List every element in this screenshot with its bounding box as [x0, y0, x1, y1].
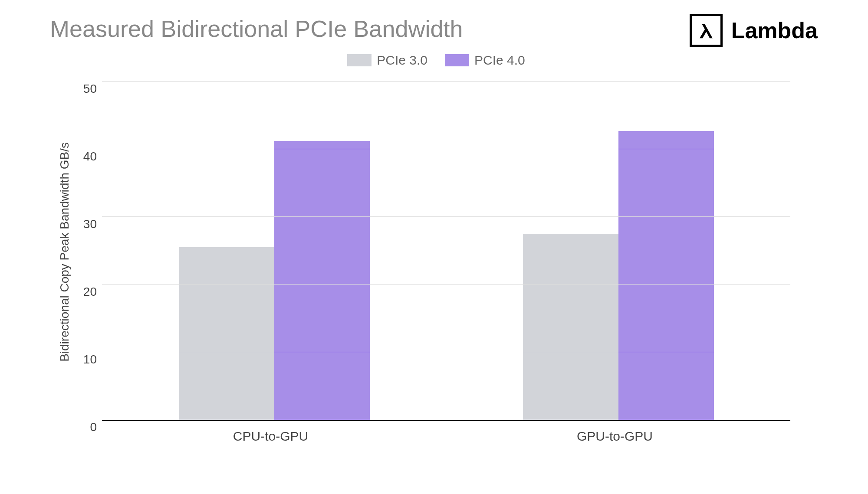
- lambda-logo-icon: [690, 14, 723, 47]
- legend-item: PCIe 3.0: [347, 53, 427, 68]
- plot-wrapper: Bidirectional Copy Peak Bandwidth GB/s 0…: [50, 83, 822, 421]
- gridline: [102, 149, 790, 149]
- bar-group: [446, 83, 790, 420]
- y-tick-label: 50: [83, 82, 97, 96]
- y-tick-label: 20: [83, 285, 97, 299]
- gridline: [102, 216, 790, 217]
- chart-legend: PCIe 3.0 PCIe 4.0: [50, 53, 822, 68]
- y-axis: 01020304050: [72, 83, 102, 421]
- y-tick-label: 40: [83, 150, 97, 164]
- y-axis-label: Bidirectional Copy Peak Bandwidth GB/s: [50, 142, 72, 362]
- plot-area: [102, 83, 790, 421]
- legend-label: PCIe 4.0: [474, 53, 525, 68]
- x-tick-label: CPU-to-GPU: [99, 421, 443, 444]
- x-tick-label: GPU-to-GPU: [443, 421, 787, 444]
- legend-swatch-pcie4: [445, 54, 469, 66]
- y-tick-label: 30: [83, 217, 97, 231]
- bar: [523, 234, 618, 420]
- x-axis: CPU-to-GPUGPU-to-GPU: [99, 421, 787, 444]
- legend-swatch-pcie3: [347, 54, 372, 66]
- bar: [274, 141, 370, 420]
- bar: [618, 131, 714, 420]
- lambda-logo-text: Lambda: [731, 17, 818, 43]
- lambda-logo: Lambda: [690, 14, 818, 47]
- bar: [179, 247, 274, 420]
- y-tick-label: 0: [90, 420, 97, 434]
- legend-item: PCIe 4.0: [445, 53, 525, 68]
- chart-container: Measured Bidirectional PCIe Bandwidth PC…: [50, 15, 822, 444]
- y-tick-label: 10: [83, 353, 97, 366]
- bar-group: [102, 83, 446, 420]
- gridline: [102, 81, 790, 82]
- gridline: [102, 352, 790, 352]
- gridline: [102, 284, 790, 285]
- legend-label: PCIe 3.0: [377, 53, 427, 68]
